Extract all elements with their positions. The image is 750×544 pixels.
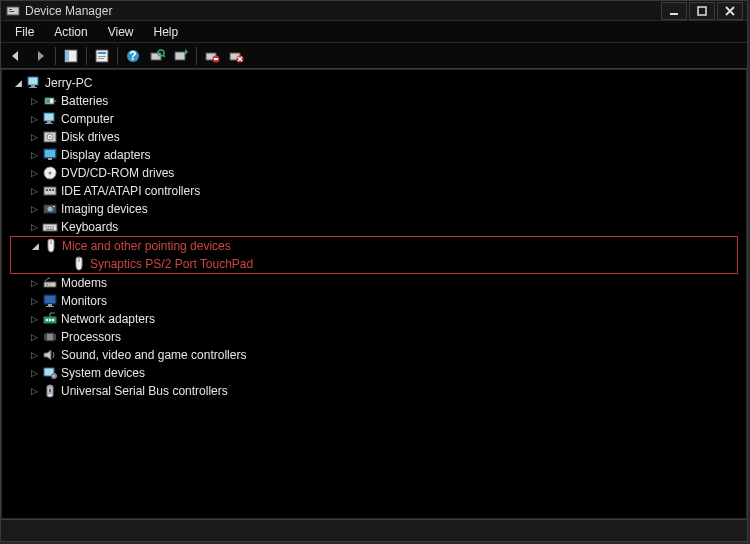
expand-icon[interactable]: ▷ bbox=[28, 96, 40, 106]
computer-icon bbox=[26, 75, 42, 91]
category-label: Batteries bbox=[61, 94, 108, 108]
svg-rect-27 bbox=[44, 113, 54, 121]
tree-root[interactable]: ◢ Jerry-PC bbox=[10, 74, 738, 92]
category-label: Processors bbox=[61, 330, 121, 344]
svg-rect-2 bbox=[9, 11, 14, 12]
back-button[interactable] bbox=[5, 45, 27, 67]
tree-category[interactable]: ▷Batteries bbox=[10, 92, 738, 110]
category-label: Monitors bbox=[61, 294, 107, 308]
svg-rect-28 bbox=[47, 121, 51, 123]
tree-category[interactable]: ◢Mice and other pointing devices bbox=[11, 237, 737, 255]
menu-help[interactable]: Help bbox=[144, 22, 189, 42]
monitor-icon bbox=[42, 293, 58, 309]
statusbar bbox=[1, 519, 747, 541]
expand-icon[interactable]: ▷ bbox=[28, 132, 40, 142]
svg-rect-46 bbox=[45, 226, 47, 228]
category-label: Display adapters bbox=[61, 148, 150, 162]
tree-category[interactable]: ▷Universal Serial Bus controllers bbox=[10, 382, 738, 400]
svg-point-43 bbox=[48, 207, 53, 212]
svg-rect-29 bbox=[45, 123, 53, 124]
computer-icon bbox=[42, 111, 58, 127]
expand-icon[interactable]: ▷ bbox=[28, 314, 40, 324]
expand-icon[interactable]: ▷ bbox=[28, 168, 40, 178]
menu-action[interactable]: Action bbox=[44, 22, 97, 42]
maximize-button[interactable] bbox=[689, 2, 715, 20]
expand-icon[interactable]: ▷ bbox=[28, 186, 40, 196]
minimize-button[interactable] bbox=[661, 2, 687, 20]
svg-rect-8 bbox=[98, 52, 106, 54]
menu-file[interactable]: File bbox=[5, 22, 44, 42]
expand-icon[interactable]: ▷ bbox=[28, 368, 40, 378]
tree-category[interactable]: ▷System devices bbox=[10, 364, 738, 382]
network-icon bbox=[42, 311, 58, 327]
tree-category[interactable]: ▷Modems bbox=[10, 274, 738, 292]
svg-rect-57 bbox=[45, 296, 55, 303]
tree-device[interactable]: Synaptics PS/2 Port TouchPad bbox=[11, 255, 737, 273]
tree-category[interactable]: ▷DVD/CD-ROM drives bbox=[10, 164, 738, 182]
category-label: Disk drives bbox=[61, 130, 120, 144]
window-title: Device Manager bbox=[25, 4, 659, 18]
menubar: File Action View Help bbox=[1, 21, 747, 43]
app-icon bbox=[5, 3, 21, 19]
svg-rect-34 bbox=[45, 150, 55, 157]
tree-category[interactable]: ▷Keyboards bbox=[10, 218, 738, 236]
device-tree[interactable]: ◢ Jerry-PC ▷Batteries▷Computer▷Disk driv… bbox=[1, 69, 747, 519]
expand-icon[interactable]: ▷ bbox=[28, 332, 40, 342]
tree-category[interactable]: ▷Network adapters bbox=[10, 310, 738, 328]
usb-icon bbox=[42, 383, 58, 399]
modem-icon bbox=[42, 275, 58, 291]
tree-category[interactable]: ▷Imaging devices bbox=[10, 200, 738, 218]
expand-icon[interactable]: ▷ bbox=[28, 278, 40, 288]
svg-rect-9 bbox=[98, 56, 106, 57]
expand-icon[interactable]: ▷ bbox=[28, 350, 40, 360]
svg-rect-23 bbox=[29, 87, 37, 88]
mouse-icon bbox=[71, 256, 87, 272]
tree-category[interactable]: ▷IDE ATA/ATAPI controllers bbox=[10, 182, 738, 200]
uninstall-button[interactable] bbox=[201, 45, 223, 67]
expand-icon[interactable]: ▷ bbox=[28, 204, 40, 214]
svg-rect-49 bbox=[53, 226, 55, 228]
svg-rect-63 bbox=[52, 319, 54, 321]
svg-point-54 bbox=[46, 284, 48, 286]
expand-icon[interactable]: ▷ bbox=[28, 386, 40, 396]
collapse-icon[interactable]: ◢ bbox=[12, 78, 24, 88]
svg-rect-65 bbox=[47, 334, 53, 340]
scan-hardware-button[interactable] bbox=[146, 45, 168, 67]
category-label: DVD/CD-ROM drives bbox=[61, 166, 174, 180]
show-hide-console-tree-button[interactable] bbox=[60, 45, 82, 67]
expand-icon[interactable]: ▷ bbox=[28, 150, 40, 160]
svg-rect-21 bbox=[28, 77, 38, 85]
collapse-icon[interactable]: ◢ bbox=[29, 241, 41, 251]
svg-rect-41 bbox=[52, 189, 54, 191]
tree-category[interactable]: ▷Computer bbox=[10, 110, 738, 128]
category-label: Universal Serial Bus controllers bbox=[61, 384, 228, 398]
mouse-icon bbox=[43, 238, 59, 254]
svg-point-32 bbox=[49, 136, 51, 138]
svg-rect-50 bbox=[46, 229, 54, 231]
tree-category[interactable]: ▷Display adapters bbox=[10, 146, 738, 164]
expand-icon[interactable]: ▷ bbox=[28, 222, 40, 232]
close-button[interactable] bbox=[717, 2, 743, 20]
tree-category[interactable]: ▷Disk drives bbox=[10, 128, 738, 146]
category-label: Keyboards bbox=[61, 220, 118, 234]
forward-button[interactable] bbox=[29, 45, 51, 67]
expand-icon[interactable]: ▷ bbox=[28, 296, 40, 306]
update-driver-button[interactable] bbox=[170, 45, 192, 67]
tree-category[interactable]: ▷Sound, video and game controllers bbox=[10, 346, 738, 364]
disable-button[interactable] bbox=[225, 45, 247, 67]
svg-rect-59 bbox=[46, 306, 54, 307]
properties-button[interactable] bbox=[91, 45, 113, 67]
svg-point-74 bbox=[53, 375, 55, 377]
menu-view[interactable]: View bbox=[98, 22, 144, 42]
device-manager-window: Device Manager File Action View Help ? ◢… bbox=[0, 0, 748, 542]
tree-category[interactable]: ▷Monitors bbox=[10, 292, 738, 310]
help-button[interactable]: ? bbox=[122, 45, 144, 67]
tree-category[interactable]: ▷Processors bbox=[10, 328, 738, 346]
svg-rect-1 bbox=[9, 9, 12, 10]
svg-rect-61 bbox=[46, 319, 48, 321]
category-label: System devices bbox=[61, 366, 145, 380]
svg-rect-22 bbox=[31, 85, 35, 87]
disk-icon bbox=[42, 129, 58, 145]
expand-icon[interactable]: ▷ bbox=[28, 114, 40, 124]
svg-rect-62 bbox=[49, 319, 51, 321]
